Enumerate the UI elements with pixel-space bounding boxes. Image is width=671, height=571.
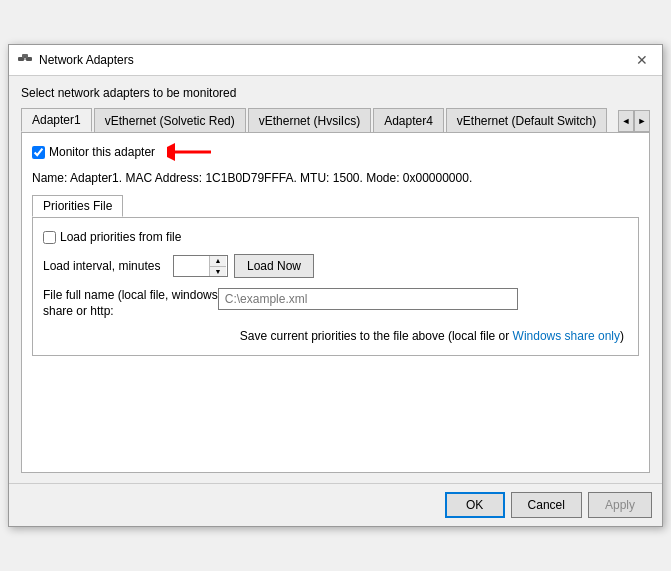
subtitle-text: Select network adapters to be monitored <box>21 86 650 100</box>
close-button[interactable]: ✕ <box>630 51 654 69</box>
monitor-row: Monitor this adapter <box>32 141 639 163</box>
title-bar: Network Adapters ✕ <box>9 45 662 76</box>
footer: OK Cancel Apply <box>9 483 662 526</box>
spin-buttons: ▲ ▼ <box>209 256 226 276</box>
network-icon <box>17 52 33 68</box>
tabs-wrapper: Adapter1 vEthernet (Solvetic Red) vEther… <box>21 108 618 132</box>
window-body: Select network adapters to be monitored … <box>9 76 662 483</box>
load-priorities-checkbox[interactable] <box>43 231 56 244</box>
monitor-checkbox-label[interactable]: Monitor this adapter <box>32 145 155 159</box>
file-label: File full name (local file, windows shar… <box>43 288 218 319</box>
tab-vethernet-hvsilcs[interactable]: vEthernet (HvsiIcs) <box>248 108 371 132</box>
load-now-button[interactable]: Load Now <box>234 254 314 278</box>
window-title: Network Adapters <box>39 53 134 67</box>
adapter-tabs-container: Adapter1 vEthernet (Solvetic Red) vEther… <box>21 108 650 133</box>
ok-button[interactable]: OK <box>445 492 505 518</box>
file-name-row: File full name (local file, windows shar… <box>43 288 628 319</box>
file-path-input[interactable] <box>218 288 518 310</box>
load-priorities-label[interactable]: Load priorities from file <box>43 230 181 244</box>
tab-vethernet-default[interactable]: vEthernet (Default Switch) <box>446 108 607 132</box>
spin-down-button[interactable]: ▼ <box>210 267 226 277</box>
inner-tabs-container: Priorities File <box>32 195 639 218</box>
network-adapters-window: Network Adapters ✕ Select network adapte… <box>8 44 663 527</box>
priorities-content: Load priorities from file Load interval,… <box>32 218 639 356</box>
tab-scroll-left-button[interactable]: ◄ <box>618 110 634 132</box>
interval-spinbox[interactable]: 1 ▲ ▼ <box>173 255 228 277</box>
adapter-details: Name: Adapter1. MAC Address: 1C1B0D79FFF… <box>32 169 639 187</box>
windows-share-link[interactable]: Windows share only <box>513 329 620 343</box>
save-text-area: Save current priorities to the file abov… <box>43 329 628 343</box>
title-bar-left: Network Adapters <box>17 52 134 68</box>
load-priorities-row: Load priorities from file <box>43 230 628 244</box>
load-priorities-text: Load priorities from file <box>60 230 181 244</box>
load-interval-row: Load interval, minutes 1 ▲ ▼ Load Now <box>43 254 628 278</box>
load-interval-label: Load interval, minutes <box>43 259 173 273</box>
red-arrow-icon <box>167 141 212 163</box>
spin-up-button[interactable]: ▲ <box>210 256 226 267</box>
tab-adapter4[interactable]: Adapter4 <box>373 108 444 132</box>
cancel-button[interactable]: Cancel <box>511 492 582 518</box>
tab-priorities-file[interactable]: Priorities File <box>32 195 123 217</box>
apply-button[interactable]: Apply <box>588 492 652 518</box>
monitor-label-text: Monitor this adapter <box>49 145 155 159</box>
tab-scroll-right-button[interactable]: ► <box>634 110 650 132</box>
adapter-content-area: Monitor this adapter Name: Adapter1. MAC… <box>21 133 650 473</box>
tab-vethernet-red[interactable]: vEthernet (Solvetic Red) <box>94 108 246 132</box>
interval-input[interactable]: 1 <box>174 256 209 276</box>
monitor-checkbox[interactable] <box>32 146 45 159</box>
tab-adapter1[interactable]: Adapter1 <box>21 108 92 132</box>
